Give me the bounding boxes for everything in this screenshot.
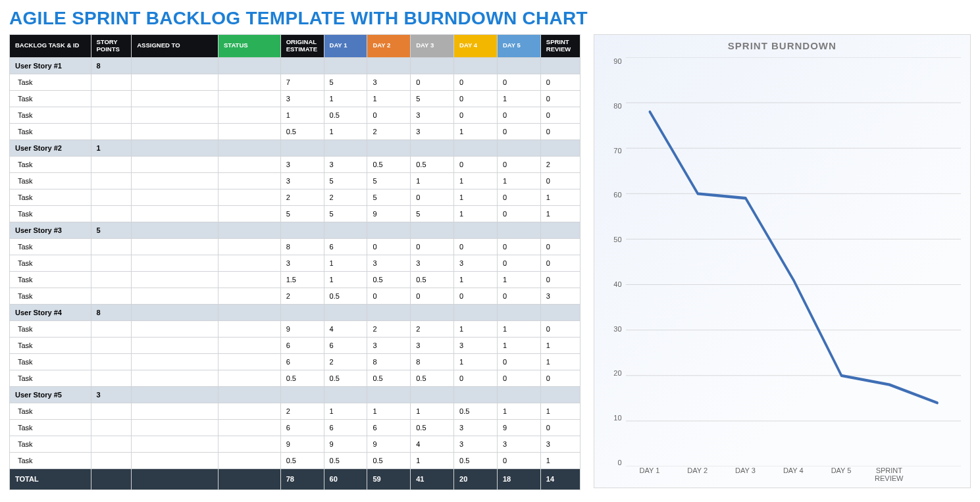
- task-orig: 9: [280, 320, 324, 337]
- task-name: Task: [10, 189, 91, 205]
- task-assigned: [132, 238, 219, 255]
- task-day2: 9: [367, 436, 411, 452]
- task-day4: 0: [454, 74, 498, 90]
- task-review: 0: [540, 74, 580, 90]
- task-points: [91, 255, 132, 271]
- task-day5: 0: [497, 189, 540, 205]
- task-day2: 2: [367, 320, 411, 337]
- task-points: [91, 189, 132, 205]
- task-day1: 5: [324, 172, 367, 189]
- task-row: Task3133300: [10, 255, 580, 271]
- blank-cell: [540, 57, 580, 74]
- blank-cell: [454, 139, 498, 156]
- task-day5: 0: [497, 205, 540, 222]
- task-review: 0: [540, 271, 580, 288]
- total-orig: 78: [280, 468, 324, 489]
- blank-cell: [367, 304, 411, 320]
- task-day5: 0: [497, 123, 540, 139]
- task-orig: 2: [280, 288, 324, 304]
- blank-cell: [218, 304, 280, 320]
- blank-cell: [540, 222, 580, 238]
- blank-cell: [367, 222, 411, 238]
- task-points: [91, 123, 132, 139]
- task-day3: 3: [411, 123, 454, 139]
- task-day2: 6: [367, 419, 411, 436]
- blank-cell: [324, 386, 367, 403]
- blank-cell: [454, 57, 498, 74]
- task-points: [91, 288, 132, 304]
- task-day5: 0: [497, 107, 540, 123]
- task-row: Task0.5123100: [10, 123, 580, 139]
- task-orig: 9: [280, 436, 324, 452]
- task-day4: 1: [454, 172, 498, 189]
- task-day2: 0: [367, 238, 411, 255]
- task-status: [218, 172, 280, 189]
- blank-cell: [324, 222, 367, 238]
- task-day1: 1: [324, 255, 367, 271]
- task-orig: 8: [280, 238, 324, 255]
- blank-cell: [132, 57, 219, 74]
- task-day5: 0: [497, 255, 540, 271]
- task-row: Task6288101: [10, 353, 580, 370]
- task-review: 0: [540, 238, 580, 255]
- task-name: Task: [10, 156, 91, 172]
- task-assigned: [132, 156, 219, 172]
- task-orig: 2: [280, 189, 324, 205]
- task-day2: 8: [367, 353, 411, 370]
- blank-cell: [280, 139, 324, 156]
- total-day1: 60: [324, 468, 367, 489]
- task-assigned: [132, 452, 219, 468]
- blank-cell: [280, 222, 324, 238]
- y-tick: 30: [600, 325, 622, 333]
- task-day5: 0: [497, 238, 540, 255]
- backlog-table: BACKLOG TASK & ID STORY POINTS ASSIGNED …: [9, 34, 580, 490]
- task-day5: 0: [497, 452, 540, 468]
- col-status: STATUS: [218, 35, 280, 58]
- task-review: 1: [540, 337, 580, 353]
- task-orig: 3: [280, 156, 324, 172]
- task-review: 3: [540, 436, 580, 452]
- task-row: Task20.500003: [10, 288, 580, 304]
- task-row: Task5595101: [10, 205, 580, 222]
- task-day5: 9: [497, 419, 540, 436]
- task-orig: 0.5: [280, 123, 324, 139]
- blank-cell: [497, 304, 540, 320]
- task-orig: 5: [280, 205, 324, 222]
- task-points: [91, 205, 132, 222]
- task-name: Task: [10, 419, 91, 436]
- story-row: User Story #48: [10, 304, 580, 320]
- task-review: 0: [540, 107, 580, 123]
- task-day5: 0: [497, 156, 540, 172]
- task-day3: 8: [411, 353, 454, 370]
- task-day3: 5: [411, 205, 454, 222]
- total-label: TOTAL: [10, 468, 91, 489]
- col-day1: DAY 1: [324, 35, 367, 58]
- task-day3: 3: [411, 337, 454, 353]
- task-day1: 9: [324, 436, 367, 452]
- task-day3: 0.5: [411, 419, 454, 436]
- task-review: 2: [540, 156, 580, 172]
- task-status: [218, 107, 280, 123]
- task-name: Task: [10, 107, 91, 123]
- task-row: Task330.50.5002: [10, 156, 580, 172]
- task-review: 1: [540, 205, 580, 222]
- task-day4: 1: [454, 271, 498, 288]
- task-row: Task21110.511: [10, 403, 580, 419]
- story-name: User Story #3: [10, 222, 91, 238]
- blank-cell: [218, 386, 280, 403]
- task-name: Task: [10, 288, 91, 304]
- task-points: [91, 74, 132, 90]
- y-tick: 90: [600, 57, 622, 65]
- task-points: [91, 320, 132, 337]
- task-name: Task: [10, 403, 91, 419]
- y-tick: 80: [600, 102, 622, 110]
- x-tick: DAY 2: [673, 466, 721, 482]
- task-day4: 3: [454, 436, 498, 452]
- blank-cell: [367, 139, 411, 156]
- task-day2: 3: [367, 255, 411, 271]
- task-day4: 0: [454, 288, 498, 304]
- task-day3: 0: [411, 288, 454, 304]
- story-name: User Story #1: [10, 57, 91, 74]
- story-name: User Story #4: [10, 304, 91, 320]
- task-day2: 3: [367, 337, 411, 353]
